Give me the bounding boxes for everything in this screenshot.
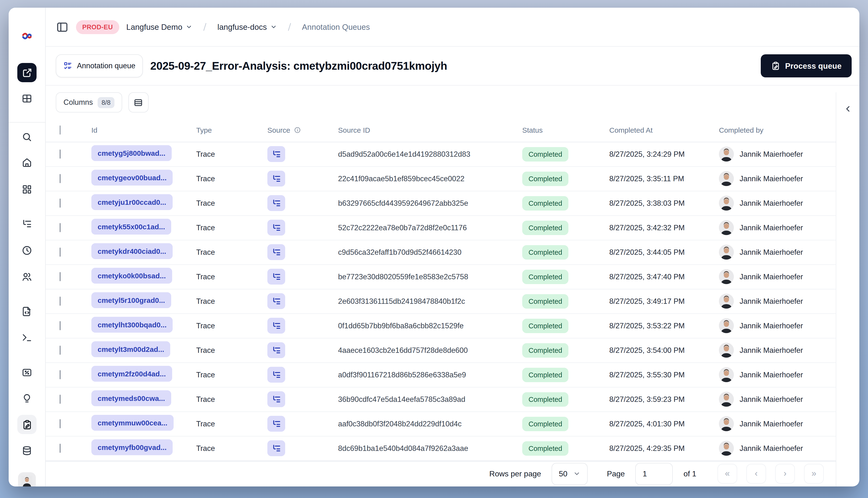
column-header-id[interactable]: Id bbox=[91, 126, 196, 134]
source-trace-button[interactable] bbox=[267, 367, 285, 383]
table-row[interactable]: cmetymmuw00cea... Trace aaf0c38db0f3f204… bbox=[45, 412, 836, 436]
row-checkbox[interactable] bbox=[60, 297, 61, 306]
source-trace-button[interactable] bbox=[267, 342, 285, 358]
table-row[interactable]: cmetylt3m00d2ad... Trace 4aaece1603cb2e1… bbox=[45, 338, 836, 363]
item-id-link[interactable]: cmetymmuw00cea... bbox=[91, 415, 173, 431]
project-switcher[interactable]: langfuse-docs bbox=[217, 22, 277, 31]
sidebar-item-tracing[interactable] bbox=[22, 219, 33, 230]
item-id-link[interactable]: cmetyl5r100grad0... bbox=[91, 292, 171, 309]
table-row[interactable]: cmetygeov00buad... Trace 22c41f09acae5b1… bbox=[45, 167, 836, 191]
columns-button[interactable]: Columns 8/8 bbox=[56, 92, 122, 113]
completed-by-avatar bbox=[719, 196, 734, 211]
source-trace-button[interactable] bbox=[267, 220, 285, 236]
table-row[interactable]: cmetyk55x00c1ad... Trace 52c72c2222ea78e… bbox=[45, 216, 836, 240]
column-header-source[interactable]: Source bbox=[267, 126, 338, 134]
row-checkbox[interactable] bbox=[60, 395, 61, 404]
item-id-link[interactable]: cmetygeov00buad... bbox=[91, 170, 173, 186]
table-row[interactable]: cmetyg5j800bwad... Trace d5ad9d52a00c6e1… bbox=[45, 142, 836, 167]
open-external-button[interactable] bbox=[17, 63, 37, 82]
sidebar-item-prompts[interactable] bbox=[22, 306, 33, 317]
item-id-link[interactable]: cmetym2fz00d4ad... bbox=[91, 366, 172, 382]
rows-per-page-select[interactable]: 50 bbox=[552, 463, 588, 485]
item-id-link[interactable]: cmetykdr400ciad0... bbox=[91, 244, 172, 259]
row-height-button[interactable] bbox=[128, 92, 148, 113]
table-row[interactable]: cmetyju1r00ccad0... Trace b63297665cfd44… bbox=[45, 191, 836, 216]
source-trace-button[interactable] bbox=[267, 392, 285, 407]
terminal-icon bbox=[22, 332, 33, 343]
item-id-link[interactable]: cmetyk55x00c1ad... bbox=[91, 219, 171, 235]
column-header-completed-at[interactable]: Completed At bbox=[609, 126, 719, 134]
sidebar-item-dashboards[interactable] bbox=[22, 184, 33, 195]
row-checkbox[interactable] bbox=[60, 321, 61, 330]
sidebar-item-playground[interactable] bbox=[22, 332, 33, 343]
item-id-link[interactable]: cmetylht300bqad0... bbox=[91, 317, 173, 333]
select-all-checkbox[interactable] bbox=[60, 126, 61, 135]
table-row[interactable]: cmetym2fz00d4ad... Trace a0df3f901167218… bbox=[45, 363, 836, 388]
table-icon bbox=[22, 93, 33, 104]
sidebar-item-scores[interactable] bbox=[22, 367, 33, 378]
source-trace-button[interactable] bbox=[267, 171, 285, 187]
sidebar-item-annotation-queues[interactable] bbox=[17, 415, 37, 434]
item-type: Trace bbox=[196, 150, 267, 159]
item-id-link[interactable]: cmetymeds00cwa... bbox=[91, 391, 171, 406]
list-tree-icon bbox=[271, 444, 281, 453]
table-row[interactable]: cmetylht300bqad0... Trace 0f1dd65b7bb9bf… bbox=[45, 314, 836, 338]
column-header-status[interactable]: Status bbox=[522, 126, 609, 134]
page-number-input[interactable]: 1 bbox=[635, 463, 673, 485]
table-row[interactable]: cmetymeds00cwa... Trace 36b90cdfc47e5da1… bbox=[45, 388, 836, 412]
row-checkbox[interactable] bbox=[60, 198, 61, 208]
source-id: 8dc69b1ba1e540b4d084a7f9262a3aae bbox=[338, 444, 522, 453]
row-checkbox[interactable] bbox=[60, 248, 61, 257]
source-trace-button[interactable] bbox=[267, 146, 285, 162]
source-trace-button[interactable] bbox=[267, 293, 285, 309]
source-trace-button[interactable] bbox=[267, 245, 285, 260]
column-header-source-id[interactable]: Source ID bbox=[338, 126, 522, 134]
table-row[interactable]: cmetymyfb00gvad... Trace 8dc69b1ba1e540b… bbox=[45, 436, 836, 461]
app-window: PROD-EU Langfuse Demo langfuse-docs Anno… bbox=[9, 8, 859, 486]
row-checkbox[interactable] bbox=[60, 174, 61, 183]
org-switcher[interactable]: Langfuse Demo bbox=[126, 22, 192, 31]
row-checkbox[interactable] bbox=[60, 370, 61, 379]
item-id-link[interactable]: cmetymyfb00gvad... bbox=[91, 440, 173, 456]
sidebar-item-search[interactable] bbox=[22, 131, 33, 143]
user-avatar[interactable] bbox=[18, 472, 36, 486]
source-trace-button[interactable] bbox=[267, 441, 285, 456]
column-header-completed-by[interactable]: Completed by bbox=[719, 126, 836, 134]
row-checkbox[interactable] bbox=[60, 223, 61, 232]
dashboard-icon bbox=[22, 184, 33, 195]
row-checkbox[interactable] bbox=[60, 444, 61, 453]
previous-page-button[interactable]: ‹ bbox=[746, 464, 766, 484]
table-row[interactable]: cmetyko0k00bsad... Trace be7723e30d80205… bbox=[45, 265, 836, 289]
item-id-link[interactable]: cmetylt3m00d2ad... bbox=[91, 342, 170, 357]
table-row[interactable]: cmetykdr400ciad0... Trace c9d56ca32efaff… bbox=[45, 240, 836, 265]
source-id: c9d56ca32efaff1b70d9d52f46614230 bbox=[338, 248, 522, 257]
status-badge: Completed bbox=[522, 441, 568, 456]
rows-icon bbox=[133, 97, 144, 107]
source-trace-button[interactable] bbox=[267, 269, 285, 285]
row-checkbox[interactable] bbox=[60, 345, 61, 355]
sidebar-item-users[interactable] bbox=[22, 271, 33, 283]
table-row[interactable]: cmetyl5r100grad0... Trace 2e603f31361115… bbox=[45, 289, 836, 314]
sidebar-item-sessions[interactable] bbox=[22, 245, 33, 256]
column-header-type[interactable]: Type bbox=[196, 126, 267, 134]
source-trace-button[interactable] bbox=[267, 318, 285, 334]
panel-toggle-button[interactable] bbox=[56, 21, 69, 34]
source-trace-button[interactable] bbox=[267, 195, 285, 211]
item-id-link[interactable]: cmetyko0k00bsad... bbox=[91, 268, 172, 284]
item-id-link[interactable]: cmetyju1r00ccad0... bbox=[91, 194, 172, 210]
row-checkbox[interactable] bbox=[60, 419, 61, 428]
row-checkbox[interactable] bbox=[60, 272, 61, 281]
next-page-button[interactable]: › bbox=[775, 464, 795, 484]
collapse-panel-button[interactable] bbox=[840, 101, 855, 116]
sidebar-item-datasets[interactable] bbox=[22, 445, 33, 456]
sidebar-item-home[interactable] bbox=[22, 157, 33, 168]
item-id-link[interactable]: cmetyg5j800bwad... bbox=[91, 145, 172, 161]
source-trace-button[interactable] bbox=[267, 416, 285, 432]
last-page-button[interactable]: » bbox=[804, 464, 824, 484]
first-page-button[interactable]: « bbox=[717, 464, 737, 484]
completed-by: Jannik Maierhoefer bbox=[719, 196, 836, 211]
table-view-button[interactable] bbox=[22, 93, 33, 104]
row-checkbox[interactable] bbox=[60, 149, 61, 159]
sidebar-item-evaluators[interactable] bbox=[22, 393, 33, 404]
process-queue-button[interactable]: Process queue bbox=[761, 54, 852, 77]
